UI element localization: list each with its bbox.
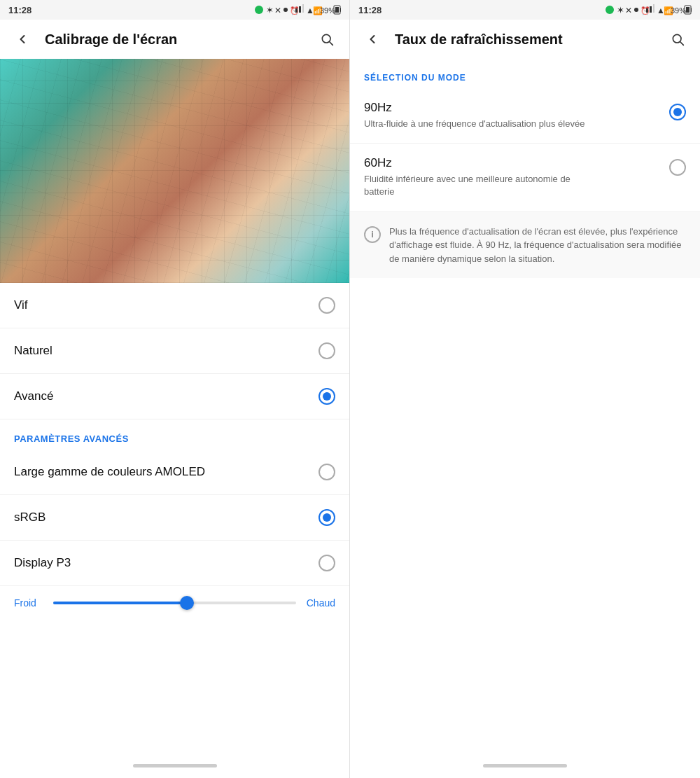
wrench-icon-right: ✕: [625, 6, 632, 15]
spotify-icon: [255, 6, 263, 14]
search-icon-left: [320, 32, 334, 46]
toolbar-left: Calibrage de l'écran: [0, 20, 349, 59]
home-pill-left: [133, 764, 217, 767]
svg-line-3: [680, 42, 684, 46]
radio-90hz-inner: [673, 108, 682, 116]
signal-bar3: [302, 4, 304, 13]
signal-bar1-right: [646, 8, 648, 13]
dot-icon-right: [634, 8, 638, 12]
left-panel: 11:28 ✶ ✕ ⏰ ▲ 📶 3: [0, 0, 350, 778]
slider-warm-label: Chaud: [304, 597, 335, 609]
option-srgb-label: sRGB: [14, 510, 46, 525]
home-bar-right: [350, 753, 700, 778]
bluetooth-icon-right: ✶: [617, 5, 624, 15]
right-content: SÉLECTION DU MODE 90Hz Ultra-fluide à un…: [350, 59, 700, 753]
option-amoled-label: Large gamme de couleurs AMOLED: [14, 465, 205, 479]
radio-srgb[interactable]: [318, 509, 335, 526]
signal-bar3-right: [653, 4, 654, 13]
search-icon-right: [671, 32, 685, 46]
svg-line-1: [330, 42, 333, 46]
status-icons-svg-right: ✶ ✕ ⏰: [606, 4, 654, 15]
info-icon: i: [364, 226, 381, 243]
freq-90hz-desc: Ultra-fluide à une fréquence d'actualisa…: [364, 118, 584, 130]
freq-60hz-desc: Fluidité inférieure avec une meilleure a…: [364, 173, 588, 198]
slider-thumb[interactable]: [180, 596, 194, 610]
mode-section-title: SÉLECTION DU MODE: [350, 59, 700, 88]
page-title-right: Taux de rafraîchissement: [395, 32, 655, 48]
hero-image: [0, 59, 349, 283]
page-title-left: Calibrage de l'écran: [45, 32, 304, 48]
radio-displayp3[interactable]: [318, 555, 335, 571]
back-arrow-icon-left: [15, 32, 29, 46]
search-button-left[interactable]: [316, 28, 338, 50]
radio-60hz-outer: [669, 159, 686, 176]
radio-avance[interactable]: [318, 388, 335, 405]
alarm-icon: ⏰: [290, 6, 300, 15]
radio-amoled[interactable]: [318, 464, 335, 480]
freq-90hz-title: 90Hz: [364, 101, 584, 115]
battery-icons-left: ▲ 📶 39%: [306, 4, 341, 15]
back-button-right[interactable]: [361, 28, 384, 50]
battery-icons-right: ▲ 📶 39%: [657, 4, 692, 15]
radio-90hz[interactable]: [669, 104, 686, 120]
option-displayp3[interactable]: Display P3: [0, 541, 349, 586]
temperature-slider-row: Froid Chaud: [0, 586, 349, 620]
slider-fill: [53, 602, 187, 604]
radio-naturel[interactable]: [318, 342, 335, 359]
battery-pct-right: 39%: [671, 6, 686, 15]
status-icons-svg-left: ✶ ✕ ⏰: [255, 4, 304, 15]
option-avance-label: Avancé: [14, 389, 53, 403]
signal-bar2-right: [650, 6, 652, 13]
alarm-icon-right: ⏰: [640, 6, 650, 15]
info-text: Plus la fréquence d'actualisation de l'é…: [389, 225, 686, 266]
battery-tip-right: [691, 8, 692, 12]
freq-60hz-title: 60Hz: [364, 156, 588, 170]
freq-60hz-info: 60Hz Fluidité inférieure avec une meille…: [364, 156, 588, 198]
info-box: i Plus la fréquence d'actualisation de l…: [350, 212, 700, 279]
back-arrow-icon-right: [365, 32, 379, 46]
status-bar-left: 11:28 ✶ ✕ ⏰ ▲ 📶 3: [0, 0, 349, 20]
advanced-section-header: PARAMÈTRES AVANCÉS: [0, 419, 349, 450]
battery-fill: [335, 7, 339, 13]
option-displayp3-label: Display P3: [14, 556, 71, 570]
option-naturel-label: Naturel: [14, 344, 52, 358]
dot-icon: [284, 8, 288, 12]
option-avance[interactable]: Avancé: [0, 374, 349, 419]
bluetooth-icon: ✶: [266, 5, 274, 15]
option-naturel[interactable]: Naturel: [0, 328, 349, 374]
back-button-left[interactable]: [11, 28, 34, 50]
option-srgb[interactable]: sRGB: [0, 495, 349, 541]
toolbar-right: Taux de rafraîchissement: [350, 20, 700, 59]
status-icons-left: ✶ ✕ ⏰ ▲ 📶 39%: [255, 4, 341, 15]
battery-fill-right: [686, 7, 690, 13]
radio-vif[interactable]: [318, 297, 335, 314]
battery-tip: [340, 8, 341, 12]
status-icons-right: ✶ ✕ ⏰ ▲ 📶 39%: [606, 4, 692, 15]
slider-track[interactable]: [53, 602, 296, 604]
radio-60hz[interactable]: [669, 159, 686, 176]
radio-avance-fill: [323, 392, 331, 401]
search-button-right[interactable]: [666, 28, 689, 50]
option-vif-label: Vif: [14, 298, 28, 312]
radio-srgb-fill: [323, 513, 331, 522]
slider-cold-label: Froid: [14, 597, 45, 609]
time-right: 11:28: [358, 5, 382, 15]
signal-bar2: [299, 6, 301, 13]
status-bar-right: 11:28 ✶ ✕ ⏰ ▲ 📶 39%: [350, 0, 700, 20]
option-vif[interactable]: Vif: [0, 283, 349, 328]
freq-60hz[interactable]: 60Hz Fluidité inférieure avec une meille…: [350, 144, 700, 211]
spotify-icon-right: [606, 6, 614, 14]
wrench-icon: ✕: [274, 6, 281, 15]
home-pill-right: [483, 764, 567, 767]
freq-90hz-info: 90Hz Ultra-fluide à une fréquence d'actu…: [364, 101, 584, 130]
option-amoled[interactable]: Large gamme de couleurs AMOLED: [0, 450, 349, 495]
battery-pct-left: 39%: [320, 6, 335, 15]
time-left: 11:28: [8, 5, 31, 15]
signal-bar1: [295, 8, 298, 13]
right-panel: 11:28 ✶ ✕ ⏰ ▲ 📶 39%: [350, 0, 700, 778]
home-bar-left: [0, 753, 349, 778]
freq-90hz[interactable]: 90Hz Ultra-fluide à une fréquence d'actu…: [350, 88, 700, 144]
left-content: Vif Naturel Avancé PARAMÈTRES AVANCÉS La…: [0, 283, 349, 753]
radio-90hz-outer: [669, 104, 686, 120]
